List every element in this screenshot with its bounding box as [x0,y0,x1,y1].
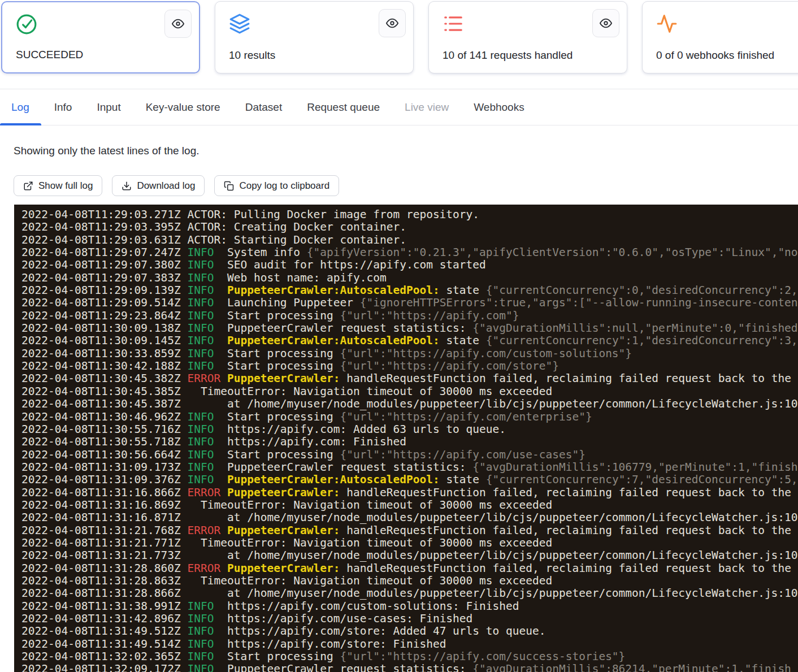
status-card-webhooks[interactable]: 0 of 0 webhooks finished [642,1,798,73]
status-card-results[interactable]: 10 results [215,1,414,73]
log-line: 2022-04-08T11:30:42.188Z INFO Start proc… [21,360,798,372]
card-top [16,14,185,38]
status-card-label: 10 of 141 requests handled [443,49,613,62]
eye-button-requests[interactable] [592,9,619,37]
check-circle-icon [16,14,37,35]
log-line: 2022-04-08T11:31:21.771Z TimeoutError: N… [21,537,798,549]
status-card-label: 10 results [229,49,400,62]
log-line: 2022-04-08T11:30:09.145Z INFO PuppeteerC… [21,335,798,347]
run-tabs: LogInfoInputKey-value storeDatasetReques… [0,89,798,125]
list-icon [443,13,464,34]
log-line: 2022-04-08T11:29:07.383Z INFO Web host n… [21,272,798,284]
log-line: 2022-04-08T11:29:23.864Z INFO Start proc… [21,310,798,322]
log-line: 2022-04-08T11:31:21.773Z at /home/myuser… [21,549,798,562]
tab-input[interactable]: Input [97,89,120,125]
card-top [443,13,613,37]
card-top [229,13,400,37]
log-line: 2022-04-08T11:29:07.247Z INFO System inf… [21,246,798,259]
download-icon [122,181,132,191]
log-line: 2022-04-08T11:31:16.871Z at /home/myuser… [21,511,798,524]
external-link-icon [23,181,33,191]
log-line: 2022-04-08T11:31:09.173Z INFO PuppeteerC… [21,461,798,474]
download-log-button[interactable]: Download log [112,175,205,196]
log-line: 2022-04-08T11:31:16.866Z ERROR Puppeteer… [21,487,798,499]
card-top [656,13,798,37]
log-line: 2022-04-08T11:31:42.896Z INFO https://ap… [21,613,798,625]
layers-icon [229,13,250,34]
button-label: Copy log to clipboard [239,180,329,192]
log-line: 2022-04-08T11:29:03.271Z ACTOR: Pulling … [21,209,798,221]
eye-icon [386,17,398,29]
log-console[interactable]: 2022-04-08T11:29:03.271Z ACTOR: Pulling … [14,205,798,672]
log-line: 2022-04-08T11:31:21.768Z ERROR Puppeteer… [21,524,798,537]
log-line: 2022-04-08T11:30:45.382Z ERROR Puppeteer… [21,372,798,385]
log-line: 2022-04-08T11:30:55.716Z INFO https://ap… [21,423,798,436]
log-line: 2022-04-08T11:30:33.859Z INFO Start proc… [21,348,798,360]
status-card-label: SUCCEEDED [16,49,185,61]
tab-key-value-store[interactable]: Key-value store [146,89,220,125]
pulse-icon [656,13,678,34]
log-line: 2022-04-08T11:29:09.139Z INFO PuppeteerC… [21,284,798,297]
show-full-log-button[interactable]: Show full log [14,175,102,196]
status-card-requests[interactable]: 10 of 141 requests handled [428,1,627,73]
log-notice: Showing only the latest lines of the log… [14,145,199,157]
status-cards: SUCCEEDED10 results10 of 141 requests ha… [1,1,798,73]
log-line: 2022-04-08T11:30:45.387Z at /home/myuser… [21,398,798,410]
tab-request-queue[interactable]: Request queue [307,89,380,125]
log-line: 2022-04-08T11:31:28.860Z ERROR Puppeteer… [21,562,798,575]
log-line: 2022-04-08T11:31:49.512Z INFO https://ap… [21,625,798,638]
eye-icon [600,17,612,29]
button-label: Download log [137,180,195,192]
status-card-status[interactable]: SUCCEEDED [1,1,200,73]
eye-icon [172,18,184,30]
log-line: 2022-04-08T11:30:56.664Z INFO Start proc… [21,449,798,461]
log-line: 2022-04-08T11:29:03.395Z ACTOR: Creating… [21,221,798,233]
log-line: 2022-04-08T11:29:09.514Z INFO Launching … [21,297,798,309]
log-line: 2022-04-08T11:30:46.962Z INFO Start proc… [21,411,798,423]
log-line: 2022-04-08T11:31:38.991Z INFO https://ap… [21,600,798,613]
copy-icon [224,181,234,191]
log-line: 2022-04-08T11:30:45.385Z TimeoutError: N… [21,385,798,398]
log-line: 2022-04-08T11:31:49.514Z INFO https://ap… [21,638,798,651]
tab-dataset[interactable]: Dataset [245,89,282,125]
status-card-label: 0 of 0 webhooks finished [656,49,798,62]
log-line: 2022-04-08T11:31:09.376Z INFO PuppeteerC… [21,474,798,486]
log-line: 2022-04-08T11:30:09.138Z INFO PuppeteerC… [21,322,798,335]
tab-webhooks[interactable]: Webhooks [474,89,524,125]
tab-live-view: Live view [405,89,449,125]
log-line: 2022-04-08T11:29:03.631Z ACTOR: Starting… [21,234,798,246]
log-line: 2022-04-08T11:31:28.863Z TimeoutError: N… [21,575,798,587]
log-actions: Show full logDownload logCopy log to cli… [14,175,339,196]
copy-log-button[interactable]: Copy log to clipboard [214,175,339,196]
log-line: 2022-04-08T11:32:02.365Z INFO Start proc… [21,651,798,663]
log-line: 2022-04-08T11:30:55.718Z INFO https://ap… [21,436,798,448]
tab-log[interactable]: Log [11,89,29,125]
log-line: 2022-04-08T11:31:28.866Z at /home/myuser… [21,587,798,600]
log-line: 2022-04-08T11:32:09.172Z INFO PuppeteerC… [21,663,798,672]
eye-button-results[interactable] [379,9,406,37]
log-line: 2022-04-08T11:31:16.869Z TimeoutError: N… [21,499,798,511]
button-label: Show full log [38,180,93,192]
tab-info[interactable]: Info [54,89,72,125]
eye-button-status[interactable] [164,10,192,38]
log-line: 2022-04-08T11:29:07.380Z INFO SEO audit … [21,259,798,271]
